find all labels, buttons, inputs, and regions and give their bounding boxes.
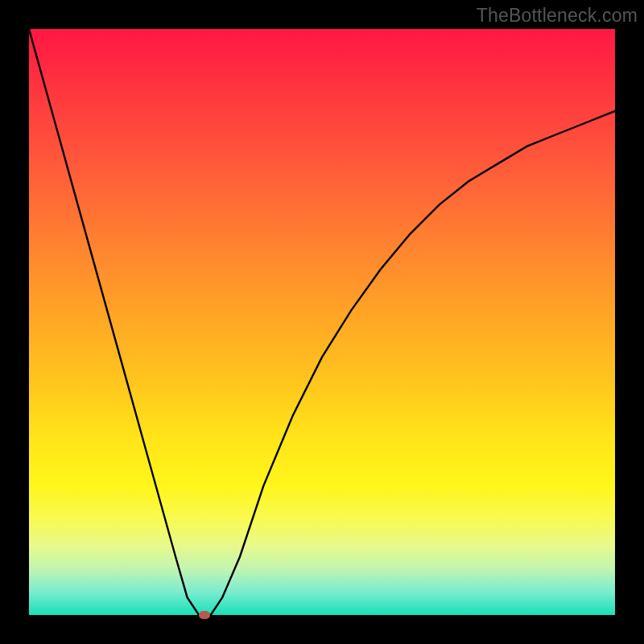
watermark-text: TheBottleneck.com [477, 5, 638, 27]
chart-frame: TheBottleneck.com [0, 0, 644, 644]
curve-svg [29, 29, 615, 615]
plot-area [29, 29, 615, 615]
bottleneck-marker [199, 611, 210, 619]
bottleneck-curve-path [29, 29, 615, 615]
